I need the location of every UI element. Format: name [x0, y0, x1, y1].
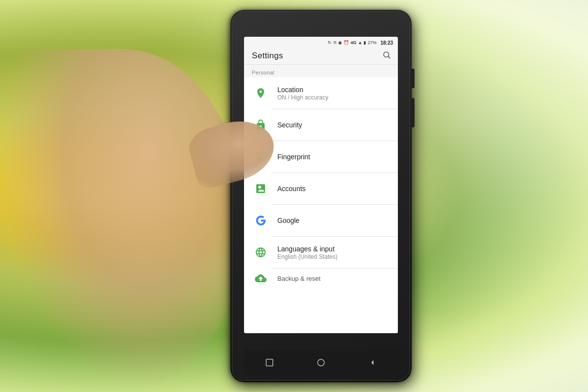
settings-item-accounts[interactable]: Accounts: [244, 173, 398, 204]
google-text: Google: [277, 217, 299, 224]
settings-item-location[interactable]: Location ON / High accuracy: [244, 77, 398, 109]
app-header: Settings: [244, 48, 398, 65]
search-button[interactable]: [382, 50, 391, 61]
back-button[interactable]: [364, 354, 381, 371]
signal-bars-icon: ▲: [358, 40, 362, 45]
location-title: Location: [277, 86, 328, 94]
svg-rect-2: [267, 359, 273, 366]
sync-icon: ↻: [328, 40, 332, 45]
svg-point-3: [318, 359, 324, 366]
accounts-text: Accounts: [277, 185, 306, 193]
accounts-title: Accounts: [277, 185, 306, 193]
signal-icon: 4G: [350, 40, 356, 45]
home-button[interactable]: [312, 354, 330, 371]
section-personal-label: Personal: [244, 65, 398, 77]
accounts-icon: [252, 180, 270, 197]
location-subtitle: ON / High accuracy: [277, 94, 328, 101]
battery-icon: ▮: [364, 40, 366, 45]
google-icon: [252, 212, 270, 229]
phone-device: ↻ 𝔅 ◉ ⏰ 4G ▲ ▮ 27% 18:23 Se: [230, 10, 412, 382]
alarm-icon: ⏰: [343, 40, 349, 45]
languages-title: Languages & input: [277, 245, 338, 253]
location-icon: [252, 84, 270, 102]
backup-icon: [252, 272, 270, 284]
app-title: Settings: [252, 51, 283, 61]
hand-background: [0, 49, 245, 392]
fingerprint-title: Fingerprint: [277, 153, 310, 161]
location-text: Location ON / High accuracy: [277, 86, 328, 101]
recents-button[interactable]: [261, 354, 278, 371]
backup-text: Backup & reset: [277, 275, 320, 282]
status-time: 18:23: [380, 40, 393, 46]
phone-screen: ↻ 𝔅 ◉ ⏰ 4G ▲ ▮ 27% 18:23 Se: [244, 37, 398, 333]
security-title: Security: [277, 121, 302, 129]
security-text: Security: [277, 121, 302, 129]
svg-line-1: [388, 56, 390, 58]
power-button: [411, 98, 415, 127]
battery-percent: 27%: [368, 40, 376, 45]
svg-marker-4: [371, 360, 373, 366]
status-icons: ↻ 𝔅 ◉ ⏰ 4G ▲ ▮ 27%: [328, 40, 376, 46]
google-title: Google: [277, 217, 299, 224]
phone-body: ↻ 𝔅 ◉ ⏰ 4G ▲ ▮ 27% 18:23 Se: [230, 10, 412, 382]
languages-subtitle: English (United States): [277, 253, 338, 260]
location-status-icon: ◉: [338, 40, 342, 45]
backup-title: Backup & reset: [277, 275, 320, 282]
settings-item-backup[interactable]: Backup & reset: [244, 269, 398, 288]
navigation-bar: [244, 350, 398, 375]
settings-item-google[interactable]: Google: [244, 205, 398, 236]
svg-point-0: [384, 52, 389, 57]
status-bar: ↻ 𝔅 ◉ ⏰ 4G ▲ ▮ 27% 18:23: [244, 37, 398, 48]
languages-text: Languages & input English (United States…: [277, 245, 338, 260]
settings-list: Location ON / High accuracy Security: [244, 77, 398, 333]
fingerprint-text: Fingerprint: [277, 153, 310, 161]
settings-item-languages[interactable]: Languages & input English (United States…: [244, 237, 398, 268]
globe-icon: [252, 244, 270, 261]
volume-button: [411, 69, 415, 88]
bluetooth-icon: 𝔅: [333, 40, 337, 46]
